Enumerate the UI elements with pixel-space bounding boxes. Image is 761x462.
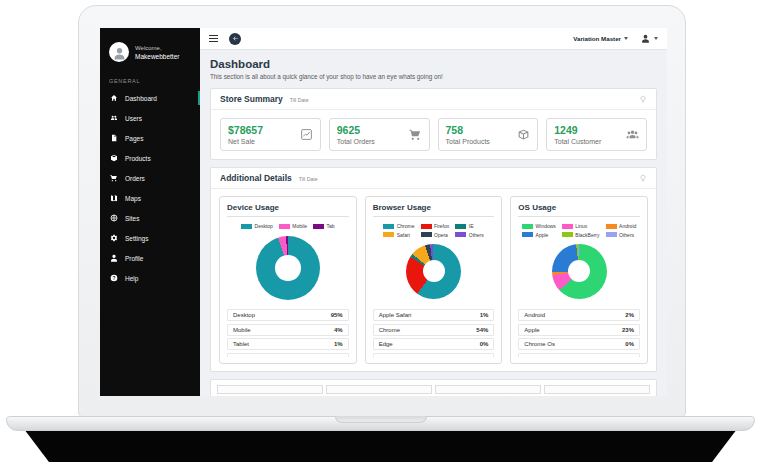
legend-item[interactable]: Windows [522,223,556,229]
sidebar-profile: Welcome, Makewebbetter [100,38,200,72]
row-value: 1% [334,341,343,347]
stat-card-net-sale: $78657 Net Sale [220,118,321,151]
legend-item[interactable]: Others [455,232,484,238]
stat-label: Total Customer [554,138,601,145]
stat-card-total-customer: 1249 Total Customer [546,118,647,151]
sidebar-item-maps[interactable]: Maps [100,188,200,208]
avatar[interactable] [109,42,129,62]
laptop-mockup: Welcome, Makewebbetter GENERAL Dashboard… [0,0,761,462]
legend-swatch [241,224,252,229]
till-date-label: Till Date [290,97,309,103]
legend-label: Others [619,232,634,238]
partial-table-panel [210,379,657,396]
store-summary-title: Store Summary [220,94,283,104]
legend-label: Desktop [255,223,273,229]
sidebar-item-sites[interactable]: Sites [100,208,200,228]
top-navbar: Variation Master [200,28,667,50]
box-icon [517,128,530,141]
sidebar-nav: Dashboard Users Pages Products [100,88,200,288]
row-value: 23% [622,327,634,333]
screen: Welcome, Makewebbetter GENERAL Dashboard… [100,28,667,396]
chart-legend: Windows Linux Android Apple BlackBerry O… [518,223,640,238]
row-value: 4% [334,327,343,333]
chart-line-icon [300,128,313,141]
page-subtitle: This section is all about a quick glance… [210,73,657,80]
sidebar-section-label: GENERAL [100,72,200,88]
lightbulb-icon[interactable] [639,174,647,183]
legend-item[interactable]: Opera [421,232,450,238]
cart-icon [409,128,422,141]
chart-title: OS Usage [518,203,640,217]
sidebar-item-pages[interactable]: Pages [100,128,200,148]
pages-icon [110,134,118,142]
legend-item[interactable]: BlackBerry [562,232,600,238]
legend-item[interactable]: Chrome [383,223,414,229]
table-row-clipped [227,353,349,358]
laptop-underside [24,429,737,462]
browser-usage-donut-chart[interactable] [406,244,461,299]
sidebar-item-settings[interactable]: Settings [100,228,200,248]
device-usage-donut-chart[interactable] [256,236,320,300]
sidebar-item-label: Products [125,155,151,162]
usage-charts: Device Usage Desktop Mobile Tab Desktop9… [211,189,656,371]
stat-card-total-orders: 9625 Total Orders [329,118,430,151]
laptop-base [6,416,755,431]
stat-card-total-products: 758 Total Products [438,118,539,151]
legend-swatch [383,224,394,229]
legend-item[interactable]: Mobile [279,223,307,229]
table-row: Android2% [518,309,640,321]
person-icon [110,254,118,262]
legend-label: Chrome [397,223,415,229]
sidebar-item-users[interactable]: Users [100,108,200,128]
sidebar-item-label: Help [125,275,138,282]
legend-label: Others [469,232,484,238]
os-usage-donut-chart[interactable] [552,244,607,299]
sidebar-item-label: Settings [125,235,149,242]
legend-item[interactable]: Android [606,223,637,229]
table-header-cells [217,385,650,394]
user-icon [641,34,650,43]
legend-swatch [606,224,617,229]
legend-item[interactable]: IE [455,223,484,229]
stat-label: Net Sale [228,138,263,145]
legend-item[interactable]: Safari [383,232,414,238]
legend-label: Linux [575,223,587,229]
legend-item[interactable]: Apple [522,232,556,238]
os-usage-card: OS Usage Windows Linux Android Apple Bla… [510,196,648,364]
sidebar-item-label: Dashboard [125,95,157,102]
sidebar-item-profile[interactable]: Profile [100,248,200,268]
legend-swatch [383,232,394,237]
variation-master-menu[interactable]: Variation Master [573,35,628,42]
browser-usage-table: Apple Safari1% Chrome54% Edge0% [373,309,495,357]
device-usage-table: Desktop95% Mobile4% Tablet1% [227,309,349,357]
map-icon [110,194,118,202]
legend-swatch [606,232,617,237]
hamburger-menu-icon[interactable] [209,35,218,42]
sidebar-item-dashboard[interactable]: Dashboard [100,88,200,108]
svg-text:?: ? [113,276,116,281]
legend-item[interactable]: Desktop [241,223,273,229]
sidebar-item-orders[interactable]: Orders [100,168,200,188]
box-icon [110,154,118,162]
sidebar-item-products[interactable]: Products [100,148,200,168]
table-row-clipped [373,353,495,358]
sidebar-item-help[interactable]: ? Help [100,268,200,288]
table-row: Mobile4% [227,324,349,336]
stat-label: Total Products [446,138,490,145]
legend-item[interactable]: Tab [313,223,335,229]
back-button[interactable] [229,33,241,45]
legend-item[interactable]: Firefox [421,223,450,229]
row-value: 2% [625,312,634,318]
legend-item[interactable]: Linux [562,223,600,229]
row-label: Mobile [233,327,251,333]
user-menu[interactable] [641,34,658,43]
lightbulb-icon[interactable] [639,95,647,104]
os-usage-table: Android2% Apple23% Chrome Os0% [518,309,640,357]
row-value: 0% [625,341,634,347]
sidebar-item-label: Profile [125,255,143,262]
laptop-notch [335,416,427,423]
additional-details-title: Additional Details [220,173,292,183]
legend-item[interactable]: Others [606,232,637,238]
additional-details-panel: Additional Details Till Date Device Usag… [210,167,657,372]
legend-label: Opera [434,232,448,238]
